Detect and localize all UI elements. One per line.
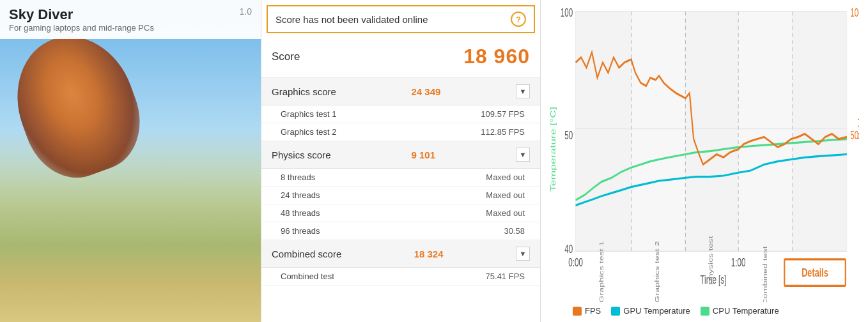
game-title-bar: Sky Diver For gaming laptops and mid-ran… xyxy=(0,0,261,39)
graphics-test2-row: Graphics test 2 112.85 FPS xyxy=(261,123,540,141)
physics-24thread-row: 24 threads Maxed out xyxy=(261,187,540,204)
combined-score: 18 324 xyxy=(414,249,444,259)
fps-dot-icon xyxy=(573,307,582,316)
svg-text:50: 50 xyxy=(564,129,573,141)
game-title: Sky Diver xyxy=(9,6,154,23)
performance-chart: 100 50 40 Temperature [°C] 100 50 FPS 0:… xyxy=(547,6,859,302)
graphics-test1-label: Graphics test 1 xyxy=(281,109,336,119)
physics-48thread-value: Maxed out xyxy=(486,208,525,218)
validation-bar: Score has not been validated online ? xyxy=(267,5,535,33)
svg-text:0:00: 0:00 xyxy=(568,257,583,269)
graphics-score: 24 349 xyxy=(411,86,440,97)
validation-text: Score has not been validated online xyxy=(275,14,428,25)
legend-gpu-temp: GPU Temperature xyxy=(611,306,690,316)
physics-48thread-label: 48 threads xyxy=(281,208,320,218)
help-button[interactable]: ? xyxy=(511,12,526,27)
graphics-test2-value: 112.85 FPS xyxy=(481,127,525,137)
game-subtitle: For gaming laptops and mid-range PCs xyxy=(9,23,154,33)
combined-test-row: Combined test 75.41 FPS xyxy=(261,268,540,286)
physics-96thread-label: 96 threads xyxy=(281,226,320,236)
physics-48thread-row: 48 threads Maxed out xyxy=(261,204,540,222)
chart-legend: FPS GPU Temperature CPU Temperature xyxy=(573,302,859,316)
svg-rect-4 xyxy=(738,12,793,251)
physics-section-header: Physics score 9 101 ▼ xyxy=(261,141,540,169)
svg-rect-5 xyxy=(793,12,847,251)
graphics-collapse-btn[interactable]: ▼ xyxy=(516,84,530,98)
physics-label: Physics score xyxy=(272,150,331,160)
combined-label: Combined score xyxy=(272,249,341,259)
physics-24thread-label: 24 threads xyxy=(281,190,320,200)
combined-test-label: Combined test xyxy=(281,272,334,281)
legend-cpu-temp: CPU Temperature xyxy=(701,306,779,316)
gpu-temp-dot-icon xyxy=(611,307,620,316)
svg-text:100: 100 xyxy=(850,7,859,19)
physics-8thread-row: 8 threads Maxed out xyxy=(261,169,540,187)
cpu-temp-dot-icon xyxy=(701,307,709,316)
svg-text:40: 40 xyxy=(564,243,573,256)
score-value: 18 960 xyxy=(463,45,530,68)
svg-text:Temperature [°C]: Temperature [°C] xyxy=(549,107,557,192)
graphics-test2-label: Graphics test 2 xyxy=(281,127,336,137)
svg-text:1:00: 1:00 xyxy=(731,257,746,269)
gpu-temp-legend-label: GPU Temperature xyxy=(623,306,690,316)
svg-text:Graphics test 1: Graphics test 1 xyxy=(598,241,605,302)
svg-text:100: 100 xyxy=(561,7,573,19)
fps-legend-label: FPS xyxy=(585,306,601,316)
total-score-row: Score 18 960 xyxy=(261,38,540,78)
physics-24thread-value: Maxed out xyxy=(486,190,525,200)
game-image xyxy=(0,0,261,322)
legend-fps: FPS xyxy=(573,306,601,316)
score-label: Score xyxy=(272,50,300,63)
svg-text:FPS: FPS xyxy=(856,118,859,140)
svg-text:Physics test: Physics test xyxy=(707,236,714,285)
title-info: Sky Diver For gaming laptops and mid-ran… xyxy=(9,6,154,33)
physics-collapse-btn[interactable]: ▼ xyxy=(516,148,530,162)
game-version: 1.0 xyxy=(240,6,252,17)
svg-text:Graphics test 2: Graphics test 2 xyxy=(653,241,660,302)
left-panel: Sky Diver For gaming laptops and mid-ran… xyxy=(0,0,261,322)
graphics-section-header: Graphics score 24 349 ▼ xyxy=(261,78,540,105)
combined-collapse-btn[interactable]: ▼ xyxy=(516,247,530,261)
chart-panel: 100 50 40 Temperature [°C] 100 50 FPS 0:… xyxy=(541,0,868,322)
cpu-temp-legend-label: CPU Temperature xyxy=(713,306,779,316)
svg-rect-2 xyxy=(632,12,686,251)
scores-panel: Score has not been validated online ? Sc… xyxy=(261,0,541,322)
graphics-test1-row: Graphics test 1 109.57 FPS xyxy=(261,105,540,123)
physics-8thread-value: Maxed out xyxy=(486,172,525,182)
physics-8thread-label: 8 threads xyxy=(281,172,315,182)
wingsuit-figure-icon xyxy=(0,20,155,191)
svg-rect-1 xyxy=(576,12,632,251)
graphics-test1-value: 109.57 FPS xyxy=(481,109,525,119)
combined-test-value: 75.41 FPS xyxy=(486,272,525,281)
svg-text:Details: Details xyxy=(802,265,828,279)
combined-section-header: Combined score 18 324 ▼ xyxy=(261,240,540,268)
graphics-label: Graphics score xyxy=(272,86,336,97)
physics-score: 9 101 xyxy=(411,150,435,160)
physics-96thread-value: 30.58 xyxy=(504,226,525,236)
chart-area: 100 50 40 Temperature [°C] 100 50 FPS 0:… xyxy=(547,6,859,302)
physics-96thread-row: 96 threads 30.58 xyxy=(261,222,540,240)
svg-text:Combined test: Combined test xyxy=(761,245,768,302)
